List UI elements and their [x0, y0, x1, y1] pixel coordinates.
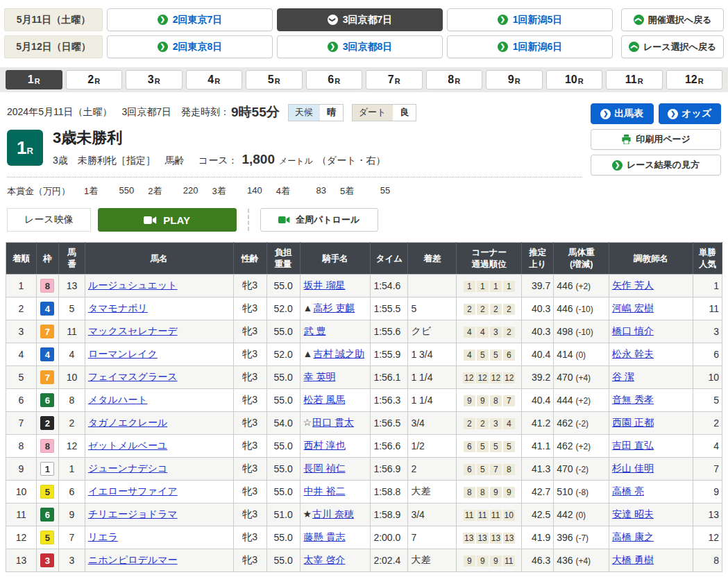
trainer-name-link[interactable]: 杉山 佳明	[612, 463, 654, 474]
race-tab[interactable]: 3 R	[126, 70, 183, 89]
course-unit: メートル	[279, 155, 313, 167]
corner-position-box: 3	[490, 418, 502, 429]
jockey-name-link[interactable]: 古川 奈穂	[312, 508, 354, 519]
horse-name-link[interactable]: チリエージョドラマ	[88, 508, 178, 519]
meeting-link[interactable]: 2回東京8日	[107, 35, 273, 58]
race-tab[interactable]: 5 R	[246, 70, 303, 89]
horse-name-link[interactable]: リエラ	[88, 531, 118, 542]
corner-position-box: 11	[464, 510, 475, 521]
entries-button[interactable]: 出馬表	[591, 103, 654, 124]
jockey-name-link[interactable]: 武 豊	[304, 325, 326, 336]
weather-badge: 天候 晴	[288, 104, 344, 121]
race-tab[interactable]: 2 R	[66, 70, 123, 89]
corner-position-box: 7	[490, 464, 502, 475]
race-tab[interactable]: 1 R	[6, 70, 62, 89]
corner-positions: 1111	[457, 275, 522, 298]
trainer-cell: 杉山 佳明	[609, 458, 693, 481]
prize-place: 3着	[212, 185, 226, 198]
column-header: コーナー 通過順位	[457, 243, 522, 275]
race-tab[interactable]: 6 R	[306, 70, 363, 89]
results-guide-button[interactable]: レース結果の見方	[591, 155, 721, 175]
meeting-link[interactable]: 1回新潟5日	[447, 8, 613, 31]
trainer-name-link[interactable]: 安達 昭夫	[612, 508, 654, 519]
horse-name-link[interactable]: ルージュシュエット	[88, 279, 178, 291]
horse-name-cell: ローマンレイク	[85, 343, 233, 366]
meeting-link[interactable]: 3回京都8日	[277, 35, 443, 58]
meeting-link[interactable]: 2回東京7日	[107, 8, 273, 31]
horse-name-link[interactable]: イエローサファイア	[88, 485, 178, 497]
race-tab[interactable]: 8 R	[426, 70, 483, 89]
carried-weight: 54.0	[266, 412, 300, 435]
jockey-name-link[interactable]: 田口 貫太	[312, 417, 354, 428]
horse-name-link[interactable]: フェイマスグラース	[88, 371, 178, 382]
trainer-name-link[interactable]: 高橋 亮	[612, 485, 644, 497]
column-header: タイム	[371, 243, 408, 275]
jockey-name-link[interactable]: 西村 淳也	[304, 440, 346, 451]
jockey-cell: 幸 英明	[300, 366, 371, 389]
trainer-name-link[interactable]: 音無 秀孝	[612, 394, 654, 405]
horse-name-link[interactable]: ジューンナデシコ	[88, 463, 167, 474]
trainer-name-link[interactable]: 谷 潔	[612, 371, 634, 382]
race-tab[interactable]: 9 R	[486, 70, 543, 89]
meeting-link[interactable]: 1回新潟6日	[447, 35, 613, 58]
odds-button[interactable]: オッズ	[659, 103, 722, 124]
win-favorite-rank: 3	[693, 320, 722, 343]
body-weight-diff: (+4)	[575, 373, 591, 383]
play-video-button[interactable]: PLAY	[98, 208, 237, 232]
race-tab[interactable]: 7 R	[366, 70, 423, 89]
trainer-name-link[interactable]: 吉田 直弘	[612, 440, 654, 451]
trainer-name-link[interactable]: 西園 正都	[612, 417, 654, 428]
body-weight-diff: (-2)	[575, 419, 589, 429]
trainer-name-link[interactable]: 河嶋 宏樹	[612, 302, 654, 313]
track-condition-badge: ダート 良	[352, 104, 417, 121]
print-page-button[interactable]: 印刷用ページ	[591, 129, 721, 150]
bracket-number-badge: 6	[40, 393, 54, 407]
jockey-name-link[interactable]: 吉村 誠之助	[313, 348, 364, 359]
jockey-name-link[interactable]: 高杉 吏麒	[313, 302, 355, 313]
jockey-name-link[interactable]: 藤懸 貴志	[304, 531, 346, 542]
jockey-name-link[interactable]: 太宰 啓介	[304, 554, 346, 565]
estimated-last-3f: 39.2	[522, 366, 554, 389]
horse-name-link[interactable]: ローマンレイク	[88, 348, 158, 359]
race-tab[interactable]: 11 R	[606, 70, 663, 89]
corner-positions: 8899	[457, 481, 522, 503]
corner-position-box: 1	[503, 281, 515, 292]
horse-name-link[interactable]: タマモナポリ	[88, 302, 148, 313]
back-to-meeting-select-button[interactable]: 開催選択へ戻る	[621, 8, 724, 31]
back-to-race-select-button[interactable]: レース選択へ戻る	[621, 35, 724, 58]
corner-position-box: 6	[464, 441, 475, 452]
meeting-link-label: 3回京都7日	[343, 14, 393, 26]
course-distance: 1,800	[242, 152, 275, 167]
horse-name-link[interactable]: ゼットメルベーユ	[88, 440, 167, 451]
trainer-name-link[interactable]: 松永 幹夫	[612, 348, 654, 359]
corner-position-box: 5	[477, 464, 489, 475]
horse-name-link[interactable]: マックスセレナーデ	[88, 325, 178, 336]
corner-position-box: 4	[503, 418, 515, 429]
race-tab[interactable]: 4 R	[186, 70, 243, 89]
patrol-button-label: 全周パトロール	[296, 214, 359, 226]
race-date-text: 2024年5月11日（土曜） 3回京都7日	[7, 106, 171, 119]
horse-name-link[interactable]: メタルハート	[88, 394, 148, 405]
finish-time: 2:00.0	[371, 526, 408, 549]
trainer-name-link[interactable]: 大橋 勇樹	[612, 554, 654, 565]
start-time-value: 9時55分	[231, 103, 280, 121]
meeting-link[interactable]: 3回京都7日	[277, 8, 443, 31]
corner-position-box: 4	[464, 327, 475, 338]
race-tab[interactable]: 12 R	[666, 70, 723, 89]
corner-position-box: 5	[503, 441, 515, 452]
jockey-name-link[interactable]: 中井 裕二	[304, 485, 346, 497]
jockey-name-link[interactable]: 松若 風馬	[304, 394, 346, 405]
trainer-name-link[interactable]: 橋口 慎介	[612, 325, 654, 336]
body-weight-value: 396	[557, 532, 573, 543]
jockey-name-link[interactable]: 幸 英明	[304, 371, 336, 382]
horse-name-link[interactable]: ニホンピロデルマー	[88, 554, 178, 565]
patrol-video-button[interactable]: 全周パトロール	[260, 208, 378, 232]
horse-body-weight: 436 (+4)	[554, 549, 609, 572]
trainer-name-link[interactable]: 高橋 康之	[612, 531, 654, 542]
race-tab[interactable]: 10 R	[546, 70, 603, 89]
horse-name-link[interactable]: タガノエクレール	[88, 417, 167, 428]
jockey-name-link[interactable]: 坂井 瑠星	[304, 279, 346, 291]
jockey-name-link[interactable]: 長岡 禎仁	[304, 463, 346, 474]
trainer-name-link[interactable]: 矢作 芳人	[612, 279, 654, 291]
bracket-number-badge: 7	[40, 325, 54, 338]
